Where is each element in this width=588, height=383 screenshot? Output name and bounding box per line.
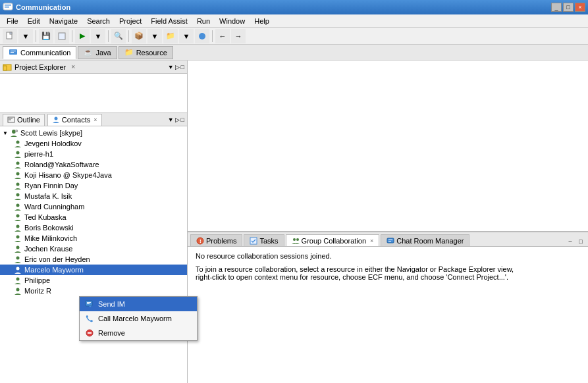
svg-rect-40 bbox=[388, 240, 392, 240]
close-button[interactable]: × bbox=[575, 3, 585, 12]
outline-icon bbox=[7, 116, 15, 124]
menu-run[interactable]: Run bbox=[193, 16, 214, 26]
toolbar-search[interactable]: 🔍 bbox=[111, 29, 126, 43]
bottom-content: No resource collaboration sessions joine… bbox=[188, 247, 588, 383]
menu-field-assist[interactable]: Field Assist bbox=[147, 16, 192, 26]
contacts-view-max[interactable]: □ bbox=[181, 116, 184, 123]
contact-icon bbox=[13, 286, 22, 295]
contact-icon bbox=[13, 276, 22, 285]
toolbar-sep-1 bbox=[36, 30, 36, 42]
menu-navigate[interactable]: Navigate bbox=[45, 16, 82, 26]
toolbar-run[interactable]: ▶ bbox=[75, 29, 90, 43]
context-remove-label: Remove bbox=[98, 329, 125, 337]
svg-marker-46 bbox=[89, 306, 92, 307]
list-item[interactable]: Philippe bbox=[0, 275, 187, 286]
bottom-panel-maximize[interactable]: □ bbox=[576, 237, 585, 246]
menu-window[interactable]: Window bbox=[215, 16, 249, 26]
tab-group-collab-close[interactable]: × bbox=[370, 238, 373, 244]
list-item[interactable]: Eric von der Heyden bbox=[0, 254, 187, 265]
project-explorer-title: Project Explorer bbox=[14, 63, 66, 71]
tab-tasks[interactable]: Tasks bbox=[244, 234, 284, 246]
list-item[interactable]: Ryan Finnin Day bbox=[0, 180, 187, 191]
list-item-selected[interactable]: Marcelo Mayworm bbox=[0, 265, 187, 275]
toolbar-save[interactable]: 💾 bbox=[39, 29, 53, 43]
contact-icon bbox=[13, 160, 22, 169]
contacts-tab-icon bbox=[52, 116, 60, 124]
menu-help[interactable]: Help bbox=[250, 16, 273, 26]
contacts-close-icon[interactable]: × bbox=[94, 116, 97, 123]
tab-chat-room-manager[interactable]: Chat Room Manager bbox=[381, 234, 469, 246]
list-item[interactable]: pierre-h1 bbox=[0, 149, 187, 159]
perspective-java[interactable]: ☕ Java bbox=[78, 46, 117, 59]
project-explorer-minimize[interactable]: ▼ bbox=[168, 64, 174, 70]
list-item[interactable]: Roland@YakaSoftware bbox=[0, 159, 187, 170]
tab-outline[interactable]: Outline bbox=[3, 114, 45, 126]
list-item[interactable]: Jevgeni Holodkov bbox=[0, 138, 187, 149]
window-controls: _ □ × bbox=[551, 3, 585, 12]
toolbar-btn-5[interactable]: 📁 bbox=[163, 29, 178, 43]
toolbar-nav-back[interactable]: ← bbox=[215, 29, 230, 43]
collab-line1: No resource collaboration sessions joine… bbox=[196, 252, 580, 260]
toolbar-btn-5b[interactable]: ▼ bbox=[179, 29, 194, 43]
menu-edit[interactable]: Edit bbox=[24, 16, 44, 26]
menu-project[interactable]: Project bbox=[115, 16, 146, 26]
context-menu-send-im[interactable]: Send IM bbox=[80, 297, 197, 311]
bottom-panel: ! Problems Tasks bbox=[188, 232, 588, 383]
list-item[interactable]: Mustafa K. Isik bbox=[0, 191, 187, 201]
contact-group-label: Scott Lewis [skype] bbox=[20, 129, 82, 137]
list-item[interactable]: Jochen Krause bbox=[0, 243, 187, 254]
perspective-resource[interactable]: 📁 Resource bbox=[119, 46, 173, 59]
toolbar-btn-2[interactable] bbox=[55, 29, 69, 43]
project-explorer-toolbar[interactable]: ▷ bbox=[175, 64, 180, 70]
tab-problems[interactable]: ! Problems bbox=[190, 234, 242, 246]
toolbar: ▼ 💾 ▶ ▼ 🔍 📦 ▼ 📁 ▼ ← → bbox=[0, 28, 588, 45]
svg-rect-8 bbox=[11, 51, 16, 51]
contacts-header: Outline Contacts × ▼ ▷ □ bbox=[0, 113, 187, 126]
contact-group[interactable]: ▼ S Scott Lewis [skype] bbox=[0, 128, 187, 138]
svg-point-37 bbox=[293, 238, 296, 241]
svg-point-27 bbox=[16, 225, 20, 228]
toolbar-btn-3[interactable]: ▼ bbox=[91, 29, 105, 43]
list-item[interactable]: Boris Bokowski bbox=[0, 222, 187, 233]
svg-point-26 bbox=[16, 215, 20, 218]
contacts-panel: Outline Contacts × ▼ ▷ □ bbox=[0, 113, 187, 383]
maximize-button[interactable]: □ bbox=[563, 3, 574, 12]
contact-icon bbox=[13, 170, 22, 180]
context-menu-remove[interactable]: Remove bbox=[80, 326, 197, 340]
call-icon bbox=[85, 314, 94, 323]
svg-point-15 bbox=[54, 117, 57, 120]
toolbar-btn-1[interactable]: ▼ bbox=[18, 29, 33, 43]
list-item[interactable]: Koji Hisano @ Skype4Java bbox=[0, 170, 187, 180]
menu-file[interactable]: File bbox=[3, 16, 22, 26]
contact-icon bbox=[13, 265, 22, 274]
app-icon bbox=[3, 2, 13, 13]
context-call-label: Call Marcelo Mayworm bbox=[98, 315, 172, 322]
toolbar-btn-4[interactable]: 📦 bbox=[132, 29, 146, 43]
minimize-button[interactable]: _ bbox=[551, 3, 562, 12]
list-item[interactable]: Ted Kubaska bbox=[0, 212, 187, 222]
list-item[interactable]: Moritz R bbox=[0, 286, 187, 296]
contacts-view-toolbar[interactable]: ▷ bbox=[175, 116, 180, 123]
tab-contacts-label: Contacts bbox=[62, 116, 90, 124]
toolbar-new[interactable] bbox=[3, 29, 17, 43]
toolbar-btn-6[interactable] bbox=[195, 29, 209, 43]
svg-point-28 bbox=[16, 236, 20, 239]
contact-icon bbox=[13, 255, 22, 264]
contacts-view-minimize[interactable]: ▼ bbox=[168, 116, 174, 123]
toolbar-nav-forward[interactable]: → bbox=[231, 29, 246, 43]
contact-icon bbox=[13, 234, 22, 243]
menu-search[interactable]: Search bbox=[83, 16, 114, 26]
toolbar-btn-4b[interactable]: ▼ bbox=[147, 29, 162, 43]
tab-group-collaboration[interactable]: Group Collaboration × bbox=[286, 234, 380, 246]
svg-rect-4 bbox=[10, 32, 12, 34]
context-menu-call[interactable]: Call Marcelo Mayworm bbox=[80, 311, 197, 326]
bottom-panel-minimize[interactable]: – bbox=[566, 237, 575, 246]
svg-point-24 bbox=[16, 193, 20, 197]
svg-point-29 bbox=[16, 246, 20, 249]
project-explorer-close[interactable]: × bbox=[71, 63, 75, 70]
project-explorer-max[interactable]: □ bbox=[181, 64, 184, 70]
list-item[interactable]: Mike Milinkovich bbox=[0, 233, 187, 243]
tab-contacts[interactable]: Contacts × bbox=[47, 114, 102, 126]
list-item[interactable]: Ward Cunningham bbox=[0, 201, 187, 212]
perspective-communication[interactable]: Communication bbox=[3, 46, 76, 59]
